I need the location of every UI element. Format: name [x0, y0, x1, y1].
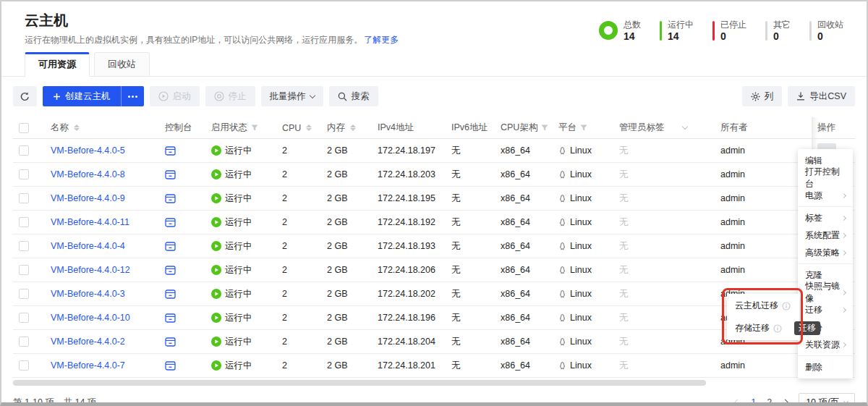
column-cpu[interactable]: CPU: [282, 123, 301, 133]
ipv6-value: 无: [451, 264, 461, 276]
select-all-checkbox[interactable]: [19, 123, 29, 133]
next-page-icon[interactable]: [782, 399, 789, 406]
console-icon[interactable]: [165, 266, 176, 275]
console-icon[interactable]: [165, 170, 176, 179]
table-row: VM-Before-4.4.0-8 运行中: [13, 163, 855, 187]
platform-value: Linux: [570, 337, 592, 347]
cpu-value: 2: [282, 289, 287, 299]
stop-circle-icon: [214, 91, 224, 101]
tab[interactable]: 回收站: [94, 52, 150, 77]
row-checkbox[interactable]: [19, 337, 29, 347]
vm-name-link[interactable]: VM-Before-4.4.0-2: [51, 337, 125, 347]
ipv4-value: 172.24.18.201: [378, 360, 435, 371]
vm-name-link[interactable]: VM-Before-4.4.0-4: [51, 241, 125, 251]
console-icon[interactable]: [165, 194, 176, 203]
stat-color-bar-icon: [712, 21, 715, 41]
context-menu-item[interactable]: 标签: [798, 209, 853, 227]
create-vm-button[interactable]: 创建云主机: [43, 86, 121, 106]
linux-penguin-icon: [558, 289, 566, 299]
vm-name-link[interactable]: VM-Before-4.4.0-9: [51, 193, 125, 203]
context-menu-item[interactable]: 高级策略: [798, 244, 853, 261]
learn-more-link[interactable]: 了解更多: [364, 35, 399, 45]
sort-icon[interactable]: [306, 124, 312, 131]
context-menu-item[interactable]: [798, 206, 853, 207]
platform-value: Linux: [570, 241, 592, 251]
running-status-icon: [211, 289, 221, 299]
context-menu-item[interactable]: [798, 263, 853, 264]
previous-page-icon[interactable]: [734, 399, 741, 406]
sort-icon[interactable]: [74, 124, 80, 131]
pagination-summary: 第 1-10 项，共 14 项: [13, 397, 96, 406]
row-checkbox[interactable]: [19, 241, 29, 251]
sort-icon[interactable]: [350, 124, 356, 131]
context-menu-item[interactable]: 关联资源: [798, 336, 853, 353]
stat-label: 已停止: [720, 20, 746, 30]
console-icon[interactable]: [165, 337, 176, 347]
create-more-button[interactable]: [121, 86, 144, 106]
linux-penguin-icon: [558, 242, 566, 251]
memory-value: 2 GB: [327, 313, 348, 323]
resource-tabs: 可用资源 回收站: [1, 52, 867, 77]
cpu-value: 2: [282, 360, 287, 371]
row-checkbox[interactable]: [19, 193, 29, 203]
row-checkbox[interactable]: [19, 313, 29, 323]
export-csv-button[interactable]: 导出CSV: [788, 86, 855, 106]
stat-item: 运行中 14: [660, 20, 694, 42]
status-text: 运行中: [225, 312, 252, 324]
ipv4-value: 172.24.18.206: [378, 265, 435, 275]
filter-icon[interactable]: [251, 124, 258, 131]
row-checkbox[interactable]: [19, 265, 29, 275]
context-menu-item[interactable]: 打开控制台: [798, 169, 853, 187]
row-checkbox[interactable]: [19, 169, 29, 179]
batch-operations-button[interactable]: 批量操作: [261, 86, 323, 106]
console-icon[interactable]: [165, 242, 176, 251]
column-memory[interactable]: 内存: [327, 122, 345, 134]
vm-name-link[interactable]: VM-Before-4.4.0-5: [51, 145, 125, 156]
ellipsis-icon: [132, 96, 134, 98]
stat-value: 14: [624, 31, 641, 42]
page-number[interactable]: 1: [751, 397, 756, 406]
page-size-select[interactable]: 10 项/页: [799, 393, 855, 406]
vm-name-link[interactable]: VM-Before-4.4.0-10: [51, 313, 130, 323]
admin-tag-value: 无: [619, 240, 629, 253]
console-icon[interactable]: [165, 313, 176, 323]
columns-button[interactable]: 列: [742, 86, 783, 106]
refresh-button[interactable]: [13, 86, 37, 106]
platform-value: Linux: [570, 313, 592, 323]
start-button[interactable]: 启动: [150, 86, 200, 106]
search-button[interactable]: 搜索: [329, 86, 378, 106]
stat-item: 总数 14: [599, 20, 641, 42]
context-menu-item[interactable]: [798, 355, 853, 356]
console-icon[interactable]: [165, 218, 176, 227]
console-icon[interactable]: [165, 146, 176, 156]
context-menu-item[interactable]: 快照与镜像: [798, 284, 853, 301]
row-checkbox[interactable]: [19, 217, 29, 227]
console-icon[interactable]: [165, 361, 176, 371]
vm-name-link[interactable]: VM-Before-4.4.0-8: [51, 169, 125, 179]
platform-value: Linux: [570, 193, 592, 203]
column-admin-tag: 管理员标签: [619, 122, 665, 134]
context-menu-item[interactable]: 系统配置: [798, 227, 853, 244]
ipv6-value: 无: [451, 240, 461, 253]
cpu-value: 2: [282, 265, 287, 275]
vm-name-link[interactable]: VM-Before-4.4.0-3: [51, 289, 125, 299]
context-menu-item[interactable]: 删除: [798, 358, 853, 376]
submenu-item[interactable]: 存储迁移: [727, 317, 799, 339]
row-checkbox[interactable]: [19, 289, 29, 299]
column-name[interactable]: 名称: [51, 122, 69, 134]
collapse-chevron-icon[interactable]: [682, 124, 688, 130]
vm-name-link[interactable]: VM-Before-4.4.0-7: [51, 360, 125, 371]
row-checkbox[interactable]: [19, 360, 29, 371]
submenu-item[interactable]: 云主机迁移: [727, 295, 799, 317]
console-icon[interactable]: [165, 289, 176, 299]
stop-button[interactable]: 停止: [205, 86, 255, 106]
table-row: VM-Before-4.4.0-7 运行中: [13, 354, 855, 378]
page-number[interactable]: 2: [767, 397, 772, 406]
row-checkbox[interactable]: [19, 145, 29, 156]
filter-icon[interactable]: [541, 124, 548, 131]
vm-name-link[interactable]: VM-Before-4.4.0-12: [51, 265, 130, 275]
scrollbar-thumb[interactable]: [13, 380, 706, 386]
vm-name-link[interactable]: VM-Before-4.4.0-11: [51, 217, 129, 227]
filter-icon[interactable]: [580, 124, 587, 131]
tab[interactable]: 可用资源: [25, 52, 90, 77]
